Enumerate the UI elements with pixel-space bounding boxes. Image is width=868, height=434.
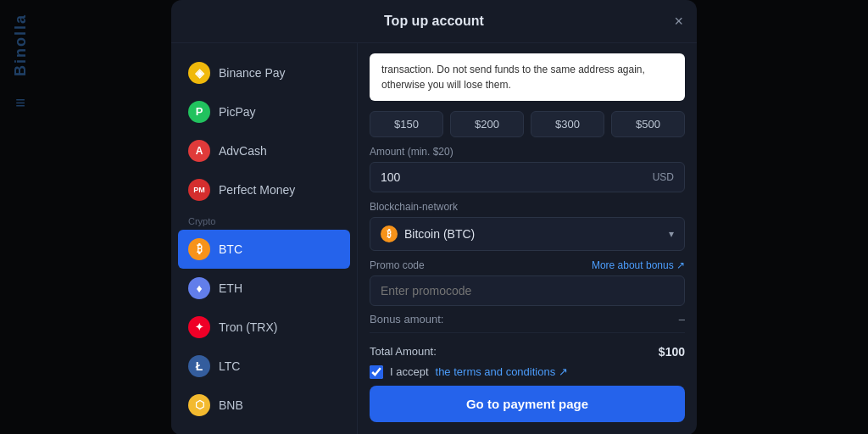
- terms-link-text: the terms and conditions: [436, 365, 556, 378]
- bnb-icon: ⬡: [188, 394, 210, 416]
- external-link-icon: ↗: [559, 365, 568, 378]
- payment-item-label: BNB: [219, 398, 243, 412]
- info-box: transaction. Do not send funds to the sa…: [370, 53, 685, 101]
- binance-pay-icon: ◈: [188, 62, 210, 84]
- bonus-row: Bonus amount: –: [358, 306, 697, 326]
- payment-item-perfect-money[interactable]: PM Perfect Money: [171, 170, 357, 209]
- payment-item-label: Perfect Money: [219, 183, 295, 197]
- more-about-bonus-text: More about bonus: [592, 259, 674, 271]
- payment-item-tron[interactable]: ✦ Tron (TRX): [171, 308, 357, 347]
- btc-icon: ₿: [188, 238, 210, 260]
- quick-amount-150[interactable]: $150: [370, 111, 443, 137]
- terms-checkbox[interactable]: [370, 365, 383, 379]
- payment-methods-panel: ◈ Binance Pay P PicPay A AdvCash PM Perf…: [171, 43, 358, 435]
- quick-amounts: $150 $200 $300 $500: [358, 101, 697, 137]
- tron-icon: ✦: [188, 316, 210, 338]
- go-to-payment-button[interactable]: Go to payment page: [370, 386, 685, 422]
- payment-item-label: LTC: [219, 359, 240, 373]
- close-button[interactable]: ×: [674, 14, 683, 29]
- terms-text: I accept: [390, 365, 429, 378]
- payment-item-label: Binance Pay: [219, 66, 286, 80]
- quick-amount-300[interactable]: $300: [531, 111, 604, 137]
- amount-currency: USD: [653, 171, 684, 183]
- blockchain-selected-text: Bitcoin (BTC): [404, 227, 669, 241]
- blockchain-label: Blockchain-network: [370, 201, 685, 213]
- eth-icon: ♦: [188, 277, 210, 299]
- amount-input-wrap: USD: [370, 162, 685, 192]
- bonus-value: –: [679, 313, 685, 326]
- promo-input[interactable]: [370, 276, 684, 305]
- modal-overlay: Top up account × ◈ Binance Pay P PicPay …: [0, 0, 868, 434]
- promo-label-row: Promo code More about bonus ↗: [370, 259, 685, 271]
- total-label: Total Amount:: [370, 345, 437, 359]
- payment-item-ltc[interactable]: Ł LTC: [171, 347, 357, 386]
- payment-item-label: AdvCash: [219, 144, 267, 158]
- payment-item-label: Tron (TRX): [219, 320, 277, 334]
- blockchain-select[interactable]: ₿ Bitcoin (BTC) ▾: [370, 217, 685, 251]
- payment-item-binance-pay[interactable]: ◈ Binance Pay: [171, 53, 357, 92]
- amount-section: Amount (min. $20) USD: [358, 137, 697, 192]
- modal-header: Top up account ×: [171, 0, 697, 43]
- terms-row: I accept the terms and conditions ↗: [358, 365, 697, 386]
- perfect-money-icon: PM: [188, 179, 210, 201]
- total-row: Total Amount: $100: [358, 340, 697, 359]
- payment-item-eth[interactable]: ♦ ETH: [171, 269, 357, 308]
- promo-section: Promo code More about bonus ↗: [358, 251, 697, 306]
- amount-input[interactable]: [370, 163, 653, 192]
- ltc-icon: Ł: [188, 355, 210, 377]
- modal-body: ◈ Binance Pay P PicPay A AdvCash PM Perf…: [171, 43, 697, 435]
- total-value: $100: [659, 345, 685, 359]
- payment-item-label: BTC: [219, 242, 242, 256]
- terms-link[interactable]: the terms and conditions ↗: [436, 365, 568, 378]
- amount-label: Amount (min. $20): [370, 146, 685, 158]
- crypto-section-label: Crypto: [171, 209, 357, 230]
- btc-select-icon: ₿: [381, 225, 398, 242]
- modal-title: Top up account: [384, 14, 484, 29]
- promo-label: Promo code: [370, 259, 425, 271]
- divider: [370, 332, 685, 333]
- payment-item-bnb[interactable]: ⬡ BNB: [171, 386, 357, 425]
- payment-item-label: ETH: [219, 281, 242, 295]
- chevron-down-icon: ▾: [669, 228, 674, 240]
- picpay-icon: P: [188, 101, 210, 123]
- blockchain-section: Blockchain-network ₿ Bitcoin (BTC) ▾: [358, 192, 697, 251]
- promo-input-wrap: [370, 275, 685, 306]
- external-link-icon: ↗: [676, 259, 685, 271]
- quick-amount-200[interactable]: $200: [450, 111, 524, 137]
- payment-form-panel: transaction. Do not send funds to the sa…: [358, 43, 697, 435]
- payment-item-advcash[interactable]: A AdvCash: [171, 131, 357, 170]
- advcash-icon: A: [188, 140, 210, 162]
- payment-item-picpay[interactable]: P PicPay: [171, 92, 357, 131]
- top-up-modal: Top up account × ◈ Binance Pay P PicPay …: [171, 0, 697, 434]
- payment-item-btc[interactable]: ₿ BTC: [178, 230, 350, 269]
- quick-amount-500[interactable]: $500: [611, 111, 685, 137]
- bonus-label: Bonus amount:: [370, 313, 443, 326]
- more-about-bonus-link[interactable]: More about bonus ↗: [592, 259, 685, 271]
- payment-item-label: PicPay: [219, 105, 256, 119]
